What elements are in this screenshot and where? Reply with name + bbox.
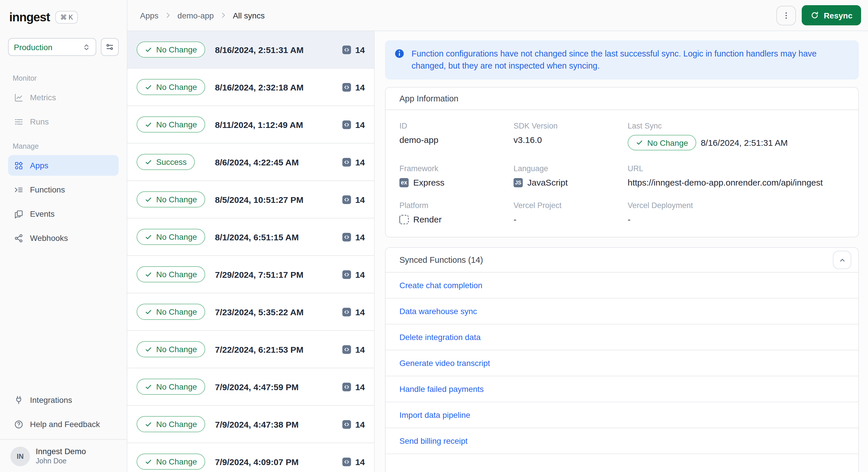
breadcrumb-apps[interactable]: Apps: [140, 11, 158, 20]
express-icon: ex: [399, 178, 409, 187]
check-icon: [145, 271, 152, 278]
check-icon: [145, 233, 152, 241]
user-info: Inngest Demo John Doe: [36, 447, 86, 466]
functions-icon: [14, 185, 24, 194]
sidebar-nav: Monitor Metrics Runs Manage Apps: [8, 69, 119, 252]
more-options-button[interactable]: [776, 5, 796, 25]
sync-status-badge-label: No Change: [156, 419, 197, 429]
breadcrumb: Apps demo-app All syncs: [140, 11, 265, 20]
sync-list-item[interactable]: No Change 8/11/2024, 1:12:49 AM 14: [127, 106, 374, 144]
refresh-icon: [810, 11, 819, 20]
sync-list-item[interactable]: No Change 8/16/2024, 2:51:31 AM 14: [127, 31, 374, 69]
sync-function-count: 14: [355, 344, 365, 354]
sync-status-badge: No Change: [136, 266, 205, 282]
sync-detail-panel: Function configurations have not changed…: [375, 31, 868, 472]
collapse-button[interactable]: [833, 251, 851, 269]
command-k-shortcut-badge[interactable]: ⌘ K: [56, 11, 78, 24]
function-link[interactable]: Send billing receipt: [399, 436, 468, 445]
sync-list-item[interactable]: No Change 8/1/2024, 6:51:15 AM 14: [127, 218, 374, 256]
app-information-title: App Information: [399, 94, 459, 103]
sync-status-badge: No Change: [136, 79, 205, 95]
sidebar-item-label: Functions: [30, 185, 65, 194]
sync-list-item[interactable]: No Change 7/9/2024, 4:47:59 PM 14: [127, 368, 374, 406]
sidebar-item-integrations[interactable]: Integrations: [8, 389, 119, 410]
code-icon: [343, 457, 351, 466]
main: Apps demo-app All syncs Resync: [127, 0, 868, 472]
check-icon: [145, 420, 152, 428]
sync-status-badge-col: No Change: [136, 41, 215, 58]
sidebar-item-label: Apps: [30, 161, 49, 170]
sync-list-item[interactable]: No Change 7/29/2024, 7:51:17 PM 14: [127, 256, 374, 293]
synced-function-row: Generate video transcript: [385, 350, 858, 376]
function-link[interactable]: Handle failed payments: [399, 384, 484, 394]
sync-function-count: 14: [355, 382, 365, 391]
breadcrumb-all-syncs: All syncs: [233, 11, 265, 20]
topbar: Apps demo-app All syncs Resync: [127, 0, 868, 31]
sidebar-item-webhooks[interactable]: Webhooks: [8, 228, 119, 248]
sync-list-item[interactable]: No Change 7/9/2024, 4:09:07 PM 14: [127, 443, 374, 472]
chevron-up-down-icon: [83, 43, 91, 51]
kebab-icon: [781, 11, 791, 20]
sync-timestamp: 7/9/2024, 4:09:07 PM: [215, 457, 299, 467]
function-link[interactable]: Import data pipeline: [399, 410, 470, 419]
nav-section-manage: Manage: [13, 143, 114, 150]
user-org: Inngest Demo: [36, 447, 86, 457]
app-info-field-vercel-deployment: Vercel Deployment -: [628, 201, 844, 224]
sync-function-count-group: 14: [343, 270, 365, 279]
sync-status-badge-col: No Change: [136, 266, 215, 282]
function-link[interactable]: Data warehouse sync: [399, 307, 477, 316]
sidebar-item-apps[interactable]: Apps: [8, 155, 119, 176]
sync-function-count-group: 14: [343, 419, 365, 429]
sync-status-badge: No Change: [136, 453, 205, 470]
sync-timestamp: 8/16/2024, 2:32:18 AM: [215, 82, 304, 92]
sidebar-item-help[interactable]: Help and Feedback: [8, 414, 119, 435]
synced-function-row: Delete integration data: [385, 324, 858, 350]
sync-list-item[interactable]: No Change 7/9/2024, 4:47:38 PM 14: [127, 406, 374, 443]
sync-status-badge-col: No Change: [136, 379, 215, 395]
sync-list-item[interactable]: No Change 7/22/2024, 6:21:53 PM 14: [127, 331, 374, 368]
function-link[interactable]: Create chat completion: [399, 281, 483, 290]
sync-function-count-group: 14: [343, 344, 365, 354]
field-value: https://inngest-demo-app.onrender.com/ap…: [628, 178, 844, 187]
field-value: Render: [399, 214, 514, 224]
resync-button[interactable]: Resync: [802, 5, 861, 25]
environment-select[interactable]: Production: [8, 38, 96, 56]
sync-status-badge-label: No Change: [156, 457, 197, 466]
sidebar-item-metrics[interactable]: Metrics: [8, 87, 119, 108]
content: No Change 8/16/2024, 2:51:31 AM 14 No Ch…: [127, 31, 868, 472]
sync-timestamp: 7/29/2024, 7:51:17 PM: [215, 270, 304, 279]
field-label: Last Sync: [628, 122, 844, 130]
sync-list-item[interactable]: Success 8/6/2024, 4:22:45 AM 14: [127, 144, 374, 181]
function-link[interactable]: Generate video transcript: [399, 358, 490, 368]
sync-function-count: 14: [355, 457, 365, 467]
sidebar-item-functions[interactable]: Functions: [8, 179, 119, 200]
sync-list-item[interactable]: No Change 8/16/2024, 2:32:18 AM 14: [127, 69, 374, 106]
language-value: JavaScript: [527, 178, 568, 187]
environment-settings-button[interactable]: [101, 38, 119, 56]
user-menu[interactable]: IN Inngest Demo John Doe: [8, 440, 119, 472]
sidebar-item-runs[interactable]: Runs: [8, 111, 119, 132]
app-info-field-framework: Framework ex Express: [399, 164, 514, 187]
user-name: John Doe: [36, 457, 86, 466]
chevron-right-icon: [220, 11, 227, 19]
function-link[interactable]: Delete integration data: [399, 333, 481, 342]
apps-icon: [14, 160, 24, 170]
sync-list-item[interactable]: No Change 7/23/2024, 5:35:22 AM 14: [127, 293, 374, 331]
sync-timestamp: 7/9/2024, 4:47:59 PM: [215, 382, 299, 391]
sync-status-badge-col: No Change: [136, 416, 215, 432]
topbar-actions: Resync: [776, 5, 861, 25]
sync-list: No Change 8/16/2024, 2:51:31 AM 14 No Ch…: [127, 31, 375, 472]
environment-select-value: Production: [14, 42, 53, 52]
sync-function-count: 14: [355, 419, 365, 429]
sidebar-item-label: Help and Feedback: [30, 419, 100, 429]
sync-status-badge: No Change: [136, 304, 205, 320]
breadcrumb-demo-app[interactable]: demo-app: [178, 11, 214, 20]
field-value: ex Express: [399, 178, 514, 187]
synced-functions-header: Synced Functions (14): [385, 248, 858, 273]
sidebar-item-events[interactable]: Events: [8, 203, 119, 224]
check-icon: [145, 158, 152, 166]
sidebar-item-label: Events: [30, 209, 55, 218]
sync-status-badge-label: No Change: [156, 270, 197, 279]
sync-list-item[interactable]: No Change 8/5/2024, 10:51:27 PM 14: [127, 181, 374, 218]
sync-function-count-group: 14: [343, 194, 365, 204]
